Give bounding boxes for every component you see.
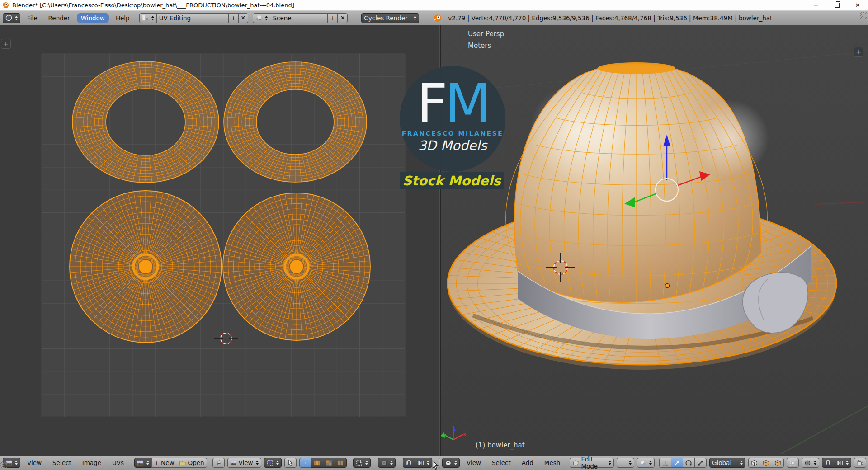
uv-editor-header: View Select Image UVs + New Open View xyxy=(0,456,440,470)
image-datablock-selector[interactable] xyxy=(134,458,152,468)
plus-icon: + xyxy=(231,15,236,21)
pin-image-button[interactable] xyxy=(212,458,225,468)
viewport-shading-dropdown[interactable] xyxy=(617,458,634,468)
chevron-updown-icon xyxy=(454,461,457,465)
mode-selector[interactable]: Edit Mode xyxy=(570,458,614,468)
mode-label: Edit Mode xyxy=(581,456,606,470)
sync-select-icon xyxy=(287,460,294,466)
uv-snap-toggle[interactable] xyxy=(403,458,415,468)
close-button[interactable]: ✕ xyxy=(847,0,868,10)
mesh-select-mode-edge[interactable] xyxy=(760,458,772,468)
island-select-icon xyxy=(337,460,344,466)
translate-arrow-icon xyxy=(674,460,680,466)
transform-orientation-dropdown[interactable]: Global xyxy=(709,458,745,468)
uv-display-mode-dropdown[interactable]: View xyxy=(227,458,261,468)
close-icon: ✕ xyxy=(241,15,246,21)
screen-layout-icon-button[interactable] xyxy=(139,13,157,23)
scene-statistics: v2.79 | Verts:4,770/4,770 | Edges:9,536/… xyxy=(448,14,772,22)
cube-vertex-icon xyxy=(751,460,758,466)
render-opengl-button[interactable] xyxy=(854,458,866,468)
orientation-label: Global xyxy=(712,459,731,466)
info-icon xyxy=(5,14,12,21)
open-image-button[interactable]: Open xyxy=(177,458,207,468)
snap-increment-icon xyxy=(836,460,843,466)
vp-menu-view[interactable]: View xyxy=(462,458,485,468)
uv-properties-region-toggle[interactable]: + xyxy=(1,39,11,49)
minimize-button[interactable]: − xyxy=(806,0,826,10)
screen-layout-name-field[interactable]: UV Editing xyxy=(156,13,229,23)
manipulator-translate[interactable] xyxy=(671,458,683,468)
manipulator-scale[interactable] xyxy=(694,458,707,468)
scene-icon-button[interactable] xyxy=(253,13,270,23)
uv-sync-selection-toggle[interactable] xyxy=(284,458,297,468)
viewport-canvas[interactable] xyxy=(441,25,868,456)
watermark-author-name: FRANCESCO MILANESE xyxy=(402,130,504,137)
scene-name: Scene xyxy=(273,14,291,22)
editor-type-selector-info[interactable] xyxy=(3,13,20,23)
add-scene-button[interactable]: + xyxy=(327,13,338,23)
window-corner-grip[interactable] xyxy=(860,12,867,19)
watermark-logo: FM FRANCESCO MILANESE 3D Models xyxy=(400,66,505,172)
scale-icon xyxy=(697,460,704,466)
blender-logo-icon xyxy=(434,14,442,22)
scene-name-field[interactable]: Scene xyxy=(270,13,328,23)
limit-selection-visible-toggle[interactable] xyxy=(787,458,799,468)
plus-icon: + xyxy=(154,460,159,466)
vp-menu-select[interactable]: Select xyxy=(488,458,515,468)
uv-island-disc xyxy=(223,193,370,340)
vp-proportional-edit-dropdown[interactable] xyxy=(802,458,819,468)
object-origin-dot xyxy=(665,284,670,288)
editor-corner-grip[interactable] xyxy=(0,461,7,468)
uv-snap-element-dropdown[interactable] xyxy=(415,458,432,468)
editor-type-selector-3dview[interactable] xyxy=(442,458,460,468)
vp-menu-add[interactable]: Add xyxy=(518,458,538,468)
watermark-letter-f: F xyxy=(417,72,445,135)
pivot-point-dropdown[interactable] xyxy=(637,458,655,468)
manipulator-toggle[interactable] xyxy=(659,458,671,468)
delete-scene-button[interactable]: ✕ xyxy=(337,13,348,23)
viewport-units-label: Meters xyxy=(468,42,491,50)
shading-sphere-icon xyxy=(619,460,626,466)
magnet-icon xyxy=(406,460,412,466)
chevron-updown-icon xyxy=(609,461,611,465)
bowler-hat-model xyxy=(448,62,836,370)
mesh-select-mode-face[interactable] xyxy=(772,458,784,468)
render-engine-selector[interactable]: Cycles Render xyxy=(361,13,419,23)
new-image-label: New xyxy=(161,459,174,466)
delete-layout-button[interactable]: ✕ xyxy=(238,13,249,23)
chevron-updown-icon xyxy=(276,461,279,465)
add-layout-button[interactable]: + xyxy=(228,13,239,23)
uv-menu-select[interactable]: Select xyxy=(48,458,75,468)
open-image-label: Open xyxy=(188,459,204,466)
menu-window[interactable]: Window xyxy=(77,13,109,23)
uv-select-mode-island[interactable] xyxy=(335,458,347,468)
window-titlebar[interactable]: Blender* [C:\Users\Francesco-Fisso\Deskt… xyxy=(0,0,868,10)
viewport-properties-region-toggle[interactable]: + xyxy=(854,47,863,57)
image-icon xyxy=(230,460,237,466)
new-image-button[interactable]: + New xyxy=(151,458,177,468)
mesh-select-mode-vertex[interactable] xyxy=(748,458,760,468)
uv-select-mode-vertex[interactable] xyxy=(299,458,311,468)
uv-pivot-selector[interactable] xyxy=(264,458,282,468)
vp-snap-toggle[interactable] xyxy=(822,458,834,468)
edge-select-icon xyxy=(314,460,321,466)
uv-select-mode-face[interactable] xyxy=(323,458,335,468)
manipulator-rotate[interactable] xyxy=(683,458,695,468)
menu-file[interactable]: File xyxy=(23,13,42,23)
uv-canvas[interactable] xyxy=(0,25,440,456)
chevron-updown-icon xyxy=(740,461,743,465)
restore-button[interactable] xyxy=(826,0,847,10)
uv-select-mode-edge[interactable] xyxy=(311,458,323,468)
menu-render[interactable]: Render xyxy=(44,13,74,23)
vp-menu-mesh[interactable]: Mesh xyxy=(540,458,565,468)
restore-icon xyxy=(835,3,840,8)
uv-menu-uvs[interactable]: UVs xyxy=(108,458,128,468)
menu-help[interactable]: Help xyxy=(112,13,134,23)
vp-snap-element-dropdown[interactable] xyxy=(834,458,851,468)
uv-proportional-edit-dropdown[interactable] xyxy=(378,458,396,468)
scene-icon xyxy=(255,14,262,21)
watermark-banner: Stock Models xyxy=(400,172,504,189)
uv-sticky-selection-dropdown[interactable] xyxy=(353,458,371,468)
uv-menu-view[interactable]: View xyxy=(23,458,46,468)
uv-menu-image[interactable]: Image xyxy=(78,458,105,468)
